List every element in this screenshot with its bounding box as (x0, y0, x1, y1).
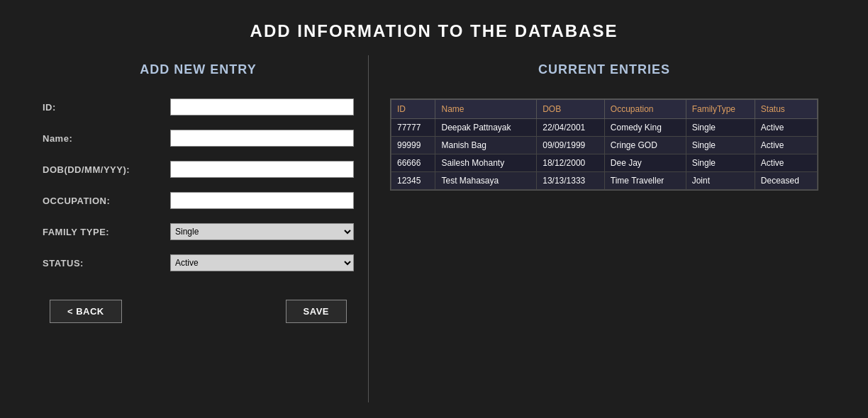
family-type-row: FAMILY TYPE: Single Joint (43, 223, 354, 240)
button-row: < BACK SAVE (43, 300, 354, 323)
table-row[interactable]: 77777Deepak Pattnayak22/04/2001Comedy Ki… (391, 119, 818, 137)
family-type-label: FAMILY TYPE: (43, 227, 170, 237)
col-occupation: Occupation (604, 100, 686, 119)
dob-label: DOB(DD/MM/YYY): (43, 164, 170, 175)
occupation-row: OCCUPATION: (43, 192, 354, 209)
dob-row: DOB(DD/MM/YYY): (43, 161, 354, 178)
table-row[interactable]: 12345Test Mahasaya13/13/1333Time Travell… (391, 172, 818, 190)
add-entry-panel: ADD NEW ENTRY ID: Name: DOB(DD/MM/YYY): … (28, 55, 369, 402)
cell-status: Deceased (755, 172, 817, 190)
table-header-row: ID Name DOB Occupation FamilyType Status (391, 100, 818, 119)
cell-name: Sailesh Mohanty (435, 154, 537, 172)
cell-dob: 13/13/1333 (537, 172, 605, 190)
cell-status: Active (755, 119, 817, 137)
cell-id: 99999 (391, 137, 435, 154)
cell-occupation: Cringe GOD (604, 137, 686, 154)
cell-id: 77777 (391, 119, 435, 137)
col-id: ID (391, 100, 435, 119)
table-row[interactable]: 99999Manish Bag09/09/1999Cringe GODSingl… (391, 137, 818, 154)
id-label: ID: (43, 102, 170, 113)
cell-dob: 18/12/2000 (537, 154, 605, 172)
cell-name: Test Mahasaya (435, 172, 537, 190)
cell-status: Active (755, 154, 817, 172)
status-label: STATUS: (43, 258, 170, 269)
save-button[interactable]: SAVE (286, 300, 347, 323)
family-type-select[interactable]: Single Joint (170, 223, 354, 240)
table-row[interactable]: 66666Sailesh Mohanty18/12/2000Dee JaySin… (391, 154, 818, 172)
cell-occupation: Dee Jay (604, 154, 686, 172)
col-family-type: FamilyType (686, 100, 755, 119)
cell-id: 66666 (391, 154, 435, 172)
occupation-input[interactable] (170, 192, 354, 209)
entries-table-container: ID Name DOB Occupation FamilyType Status… (390, 98, 818, 191)
cell-name: Manish Bag (435, 137, 537, 154)
cell-family_type: Single (686, 154, 755, 172)
occupation-label: OCCUPATION: (43, 196, 170, 206)
cell-occupation: Time Traveller (604, 172, 686, 190)
name-input[interactable] (170, 130, 354, 147)
entries-table: ID Name DOB Occupation FamilyType Status… (391, 99, 818, 190)
cell-occupation: Comedy King (604, 119, 686, 137)
name-label: Name: (43, 133, 170, 144)
col-dob: DOB (537, 100, 605, 119)
cell-family_type: Joint (686, 172, 755, 190)
name-row: Name: (43, 130, 354, 147)
id-input[interactable] (170, 98, 354, 115)
col-name: Name (435, 100, 537, 119)
col-status: Status (755, 100, 817, 119)
dob-input[interactable] (170, 161, 354, 178)
current-entries-title: CURRENT ENTRIES (390, 62, 818, 77)
main-content: ADD NEW ENTRY ID: Name: DOB(DD/MM/YYY): … (0, 55, 868, 402)
page-title: ADD INFORMATION TO THE DATABASE (0, 0, 868, 55)
cell-dob: 22/04/2001 (537, 119, 605, 137)
cell-id: 12345 (391, 172, 435, 190)
cell-name: Deepak Pattnayak (435, 119, 537, 137)
cell-status: Active (755, 137, 817, 154)
cell-family_type: Single (686, 137, 755, 154)
current-entries-panel: CURRENT ENTRIES ID Name DOB Occupation F… (369, 55, 840, 402)
status-row: STATUS: Active Inactive Deceased (43, 254, 354, 271)
cell-family_type: Single (686, 119, 755, 137)
add-entry-title: ADD NEW ENTRY (43, 62, 354, 77)
back-button[interactable]: < BACK (50, 300, 122, 323)
status-select[interactable]: Active Inactive Deceased (170, 254, 354, 271)
cell-dob: 09/09/1999 (537, 137, 605, 154)
id-row: ID: (43, 98, 354, 115)
